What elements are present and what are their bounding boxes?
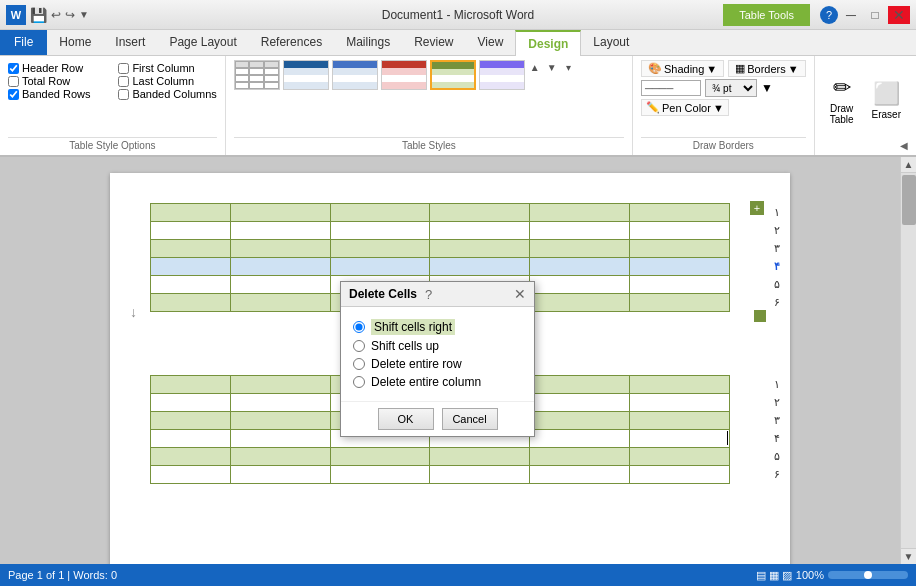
shift-right-label: Shift cells right (371, 319, 455, 335)
draw-table-icon: ✏ (833, 75, 851, 101)
borders-button[interactable]: ▦ Borders ▼ (728, 60, 805, 77)
row-number: ۵ (774, 447, 780, 465)
ribbon-area: File Home Insert Page Layout References … (0, 30, 916, 157)
view-buttons: ▤ ▦ ▨ (756, 569, 792, 582)
borders-dropdown-icon: ▼ (788, 63, 799, 75)
delete-column-option[interactable]: Delete entire column (353, 375, 522, 389)
dialog-help-icon[interactable]: ? (425, 287, 432, 302)
tab-home[interactable]: Home (47, 29, 103, 55)
content-area: + (0, 157, 916, 564)
dialog-title-area: Delete Cells ? (349, 287, 432, 302)
swatch-1[interactable] (234, 60, 280, 90)
tab-mailings[interactable]: Mailings (334, 29, 402, 55)
swatches-container: ▲ ▼ ▾ (234, 60, 624, 135)
styles-scroll-down[interactable]: ▼ (545, 60, 559, 74)
banded-columns-option[interactable]: Banded Columns (118, 88, 216, 100)
tab-insert[interactable]: Insert (103, 29, 157, 55)
vertical-scrollbar[interactable]: ▲ ▼ (900, 157, 916, 564)
status-right: ▤ ▦ ▨ 100% (756, 569, 908, 582)
table-row (151, 204, 730, 222)
tab-references[interactable]: References (249, 29, 334, 55)
maximize-btn[interactable]: □ (864, 6, 886, 24)
total-row-checkbox[interactable] (8, 76, 19, 87)
borders-label: Borders (747, 63, 786, 75)
tab-file[interactable]: File (0, 29, 47, 55)
tab-view[interactable]: View (466, 29, 516, 55)
eraser-button[interactable]: ⬜ Eraser (865, 76, 908, 125)
shading-icon: 🎨 (648, 62, 662, 75)
shading-borders-row: 🎨 Shading ▼ ▦ Borders ▼ (641, 60, 806, 77)
zoom-slider[interactable] (828, 571, 908, 579)
line-weight-dropdown-icon: ▼ (761, 81, 773, 95)
table-styles-label: Table Styles (234, 137, 624, 151)
total-row-option[interactable]: Total Row (8, 75, 106, 87)
table-row (151, 240, 730, 258)
scroll-down-arrow[interactable]: ▼ (901, 548, 917, 564)
delete-row-radio[interactable] (353, 358, 365, 370)
save-btn[interactable]: 💾 (30, 7, 47, 23)
style-options-grid: Header Row First Column Total Row Last C… (8, 60, 217, 135)
table-styles-section: ▲ ▼ ▾ Table Styles (226, 56, 633, 155)
tab-design[interactable]: Design (515, 30, 581, 56)
banded-rows-checkbox[interactable] (8, 89, 19, 100)
customize-btn[interactable]: ▼ (79, 9, 89, 20)
title-bar: W 💾 ↩ ↪ ▼ Document1 - Microsoft Word Tab… (0, 0, 916, 30)
swatch-4[interactable] (381, 60, 427, 90)
minimize-btn[interactable]: ─ (840, 6, 862, 24)
banded-columns-checkbox[interactable] (118, 89, 129, 100)
scroll-thumb[interactable] (902, 175, 916, 225)
tab-review[interactable]: Review (402, 29, 465, 55)
first-column-option[interactable]: First Column (118, 62, 216, 74)
styles-scroll-more[interactable]: ▾ (562, 60, 576, 74)
table-resize-handle[interactable] (754, 310, 766, 322)
last-column-checkbox[interactable] (118, 76, 129, 87)
draw-table-button[interactable]: ✏ DrawTable (823, 70, 861, 130)
shift-right-radio[interactable] (353, 321, 365, 333)
row-number: ۶ (774, 293, 780, 311)
dialog-header: Delete Cells ? ✕ (341, 282, 534, 307)
status-bar: Page 1 of 1 | Words: 0 ▤ ▦ ▨ 100% (0, 564, 916, 586)
banded-rows-option[interactable]: Banded Rows (8, 88, 106, 100)
undo-btn[interactable]: ↩ (51, 8, 61, 22)
delete-cells-dialog: Delete Cells ? ✕ Shift cells right Shift… (340, 281, 535, 437)
table-1-numbers: ۱ ۲ ۳ ۴ ۵ ۶ (774, 203, 780, 311)
row-number: ۱ (774, 375, 780, 393)
swatch-5-selected[interactable] (430, 60, 476, 90)
redo-btn[interactable]: ↪ (65, 8, 75, 22)
last-column-option[interactable]: Last Column (118, 75, 216, 87)
status-text: Page 1 of 1 | Words: 0 (8, 569, 117, 581)
cancel-button[interactable]: Cancel (442, 408, 498, 430)
draw-borders-label: Draw Borders (641, 137, 806, 151)
shift-up-option[interactable]: Shift cells up (353, 339, 522, 353)
header-row-option[interactable]: Header Row (8, 62, 106, 74)
shift-right-option[interactable]: Shift cells right (353, 319, 522, 335)
line-weight-select[interactable]: ¾ pt1 pt1.5 pt (705, 79, 757, 97)
first-column-checkbox[interactable] (118, 63, 129, 74)
header-row-checkbox[interactable] (8, 63, 19, 74)
table-row (151, 466, 730, 484)
close-btn[interactable]: ✕ (888, 6, 910, 24)
table-style-options-section: Header Row First Column Total Row Last C… (0, 56, 226, 155)
swatch-3[interactable] (332, 60, 378, 90)
draw-section-collapse[interactable]: ◀ (823, 140, 908, 151)
dialog-close-icon[interactable]: ✕ (514, 286, 526, 302)
styles-scroll-up[interactable]: ▲ (528, 60, 542, 74)
shading-button[interactable]: 🎨 Shading ▼ (641, 60, 724, 77)
pen-color-button[interactable]: ✏️ Pen Color ▼ (641, 99, 729, 116)
borders-icon: ▦ (735, 62, 745, 75)
draw-erase-buttons: ✏ DrawTable ⬜ Eraser (823, 60, 908, 140)
ok-button[interactable]: OK (378, 408, 434, 430)
swatch-2[interactable] (283, 60, 329, 90)
delete-column-radio[interactable] (353, 376, 365, 388)
tab-layout[interactable]: Layout (581, 29, 641, 55)
tab-page-layout[interactable]: Page Layout (157, 29, 248, 55)
shift-up-radio[interactable] (353, 340, 365, 352)
help-btn[interactable]: ? (820, 6, 838, 24)
delete-row-option[interactable]: Delete entire row (353, 357, 522, 371)
table-add-icon[interactable]: + (750, 201, 764, 215)
scroll-up-arrow[interactable]: ▲ (901, 157, 917, 173)
eraser-label: Eraser (872, 109, 901, 120)
swatch-6[interactable] (479, 60, 525, 90)
row-number: ۵ (774, 275, 780, 293)
table-row-selected (151, 258, 730, 276)
